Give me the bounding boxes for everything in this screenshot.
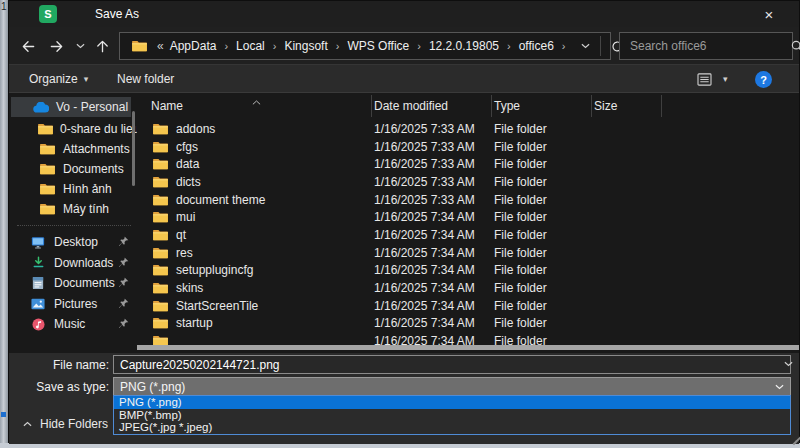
file-row-date-cell: 1/16/2025 7:33 AM [371,140,491,154]
file-row[interactable]: setupplugincfg1/16/2025 7:34 AMFile fold… [137,262,799,280]
pin-icon[interactable] [118,318,129,329]
back-icon[interactable] [15,33,41,59]
help-icon[interactable]: ? [755,71,772,88]
column-header-name[interactable]: Name [151,99,183,113]
folder-icon [153,176,168,188]
pin-icon[interactable] [118,277,129,288]
search-icon[interactable] [791,40,800,52]
save-as-type-value: PNG (*.png) [120,380,185,394]
file-row[interactable]: startup1/16/2025 7:34 AMFile folder [137,315,799,333]
save-as-type-combobox[interactable]: PNG (*.png) [113,377,791,396]
chevron-up-icon [23,421,32,427]
hide-folders-label: Hide Folders [40,417,108,431]
sidebar-item-onedrive-root[interactable]: Vo - Personal [11,97,131,117]
file-name-chevron-icon[interactable] [784,361,793,367]
file-row[interactable]: addons1/16/2025 7:33 AMFile folder [137,120,799,138]
organize-caret-icon: ▾ [84,74,89,84]
file-row[interactable]: cfgs1/16/2025 7:33 AMFile folder [137,138,799,156]
close-icon[interactable]: × [749,1,789,27]
address-folder-icon [132,40,147,52]
organize-button[interactable]: Organize ▾ [29,65,88,93]
sidebar-scrollbar[interactable] [132,111,135,186]
pictures-icon [29,298,47,310]
background-blue-dot [1,412,6,417]
file-row-name-cell: dicts [137,175,371,189]
pin-icon[interactable] [118,298,129,309]
file-row-date-cell: 1/16/2025 7:33 AM [371,157,491,171]
file-row[interactable]: StartScreenTile1/16/2025 7:34 AMFile fol… [137,297,799,315]
column-header-date-modified[interactable]: Date modified [374,99,448,113]
file-name-text: startup [176,316,213,330]
column-divider[interactable] [591,95,592,117]
sidebar-item-label: Attachments [63,142,130,156]
sidebar-item-desktop[interactable]: Desktop [9,232,137,253]
file-row-date-cell: 1/16/2025 7:33 AM [371,193,491,207]
column-header-size[interactable]: Size [594,99,617,113]
documents-icon [29,276,47,290]
file-row[interactable]: data1/16/2025 7:33 AMFile folder [137,155,799,173]
file-type-option[interactable]: BMP(*.bmp) [114,409,790,422]
breadcrumb-segment[interactable]: 12.2.0.19805 [427,39,501,53]
horizontal-scrollbar[interactable] [137,345,799,350]
sidebar-item-folder[interactable]: Hình ảnh [9,179,137,199]
file-row-name-cell: qt [137,228,371,242]
file-row-date-cell: 1/16/2025 7:34 AM [371,334,491,345]
file-row-type-cell: File folder [491,140,591,154]
breadcrumb-segment[interactable]: AppData [168,39,219,53]
file-name-text: document theme [176,193,265,207]
view-mode-icon[interactable] [697,65,712,93]
sidebar-item-label: Music [54,317,85,331]
file-row-date-cell: 1/16/2025 7:34 AM [371,299,491,313]
view-mode-caret-icon[interactable]: ▾ [723,65,728,93]
address-bar[interactable]: « AppData›Local›Kingsoft›WPS Office›12.2… [119,32,611,60]
file-name-input[interactable] [113,355,791,374]
up-icon[interactable] [89,33,115,59]
column-header-type[interactable]: Type [494,99,520,113]
forward-icon[interactable] [43,33,69,59]
folder-icon [38,163,56,175]
file-name-text: setupplugincfg [176,263,253,277]
file-row-name-cell: res [137,246,371,260]
sort-ascending-icon [252,94,261,108]
sidebar-item-label: Documents [54,276,115,290]
file-rows: addons1/16/2025 7:33 AMFile foldercfgs1/… [137,120,799,345]
search-input[interactable] [620,39,791,53]
file-row[interactable]: mui1/16/2025 7:34 AMFile folder [137,208,799,226]
breadcrumb-segment[interactable]: office6 [517,39,556,53]
column-divider[interactable] [491,95,492,117]
sidebar-item-folder[interactable]: Attachments [9,139,137,159]
pin-icon[interactable] [118,236,129,247]
breadcrumb-separator-icon: › [218,40,234,52]
sidebar-item-pictures[interactable]: Pictures [9,294,137,315]
wps-app-icon: S [39,5,57,23]
file-row[interactable]: skins1/16/2025 7:34 AMFile folder [137,279,799,297]
quick-access: DesktopDownloadsDocumentsPicturesMusic [9,232,137,335]
sidebar-item-music[interactable]: Music [9,314,137,335]
new-folder-button[interactable]: New folder [117,65,174,93]
hide-folders-button[interactable]: Hide Folders [23,415,108,433]
file-row[interactable]: res1/16/2025 7:34 AMFile folder [137,244,799,262]
column-divider[interactable] [661,95,662,117]
sidebar-item-folder[interactable]: Máy tính [9,199,137,219]
file-type-option[interactable]: JPEG(*.jpg *.jpeg) [114,421,790,434]
file-type-option[interactable]: PNG (*.png) [114,396,790,409]
address-dropdown-chevron-icon[interactable] [571,43,600,49]
breadcrumb-segment[interactable]: Kingsoft [282,39,329,53]
column-divider[interactable] [371,95,372,117]
sidebar-item-documents[interactable]: Documents [9,273,137,294]
file-row[interactable]: qt1/16/2025 7:34 AMFile folder [137,226,799,244]
pin-icon[interactable] [118,257,129,268]
file-row[interactable]: 1/16/2025 7:34 AMFile folder [137,332,799,345]
navigation-bar: « AppData›Local›Kingsoft›WPS Office›12.2… [9,27,799,65]
breadcrumb-segment[interactable]: Local [234,39,267,53]
sidebar-item-folder[interactable]: 0-share du lieu [9,119,137,139]
file-row[interactable]: dicts1/16/2025 7:33 AMFile folder [137,173,799,191]
sidebar-item-folder[interactable]: Documents [9,159,137,179]
main-area: Vo - Personal 0-share du lieuAttachments… [9,93,799,353]
breadcrumb-overflow[interactable]: « [153,39,168,53]
sidebar-item-downloads[interactable]: Downloads [9,253,137,274]
downloads-icon [29,256,47,269]
breadcrumb-segment[interactable]: WPS Office [345,39,411,53]
file-row[interactable]: document theme1/16/2025 7:33 AMFile fold… [137,191,799,209]
desktop-icon [29,236,47,249]
